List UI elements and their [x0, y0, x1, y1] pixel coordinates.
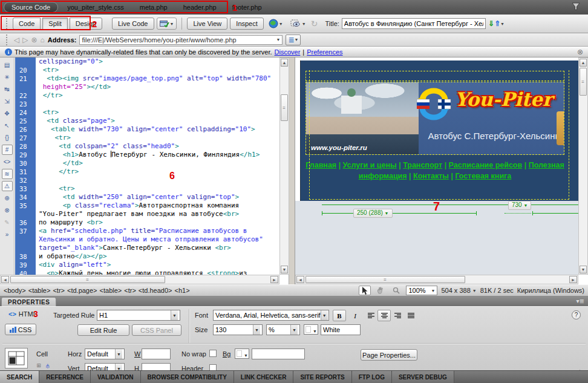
remove-comment-icon[interactable]: ⊗	[2, 205, 13, 215]
split-view-button[interactable]: Split	[42, 18, 67, 30]
nav-link[interactable]: Гостевая книга	[455, 172, 511, 180]
results-tab-ftp-log[interactable]: FTP LOG	[352, 371, 392, 383]
size-combo[interactable]: 130▼	[213, 324, 263, 335]
nav-link[interactable]: Контакты	[413, 172, 449, 180]
tag-selector-item[interactable]: <td.head0>	[139, 287, 172, 294]
related-file-tab[interactable]: meta.php	[132, 2, 175, 13]
discover-link[interactable]: Discover	[275, 48, 301, 56]
code-vertical-scrollbar[interactable]: ▲ ≡ ▼	[279, 57, 289, 275]
select-tool-icon[interactable]	[359, 286, 371, 295]
table-width-indicator[interactable]: 730 ▼	[508, 201, 531, 210]
align-center-icon[interactable]	[377, 310, 391, 321]
check-page-icon[interactable]: ▼	[288, 18, 309, 30]
nav-link[interactable]: Расписание рейсов	[449, 161, 523, 169]
hand-tool-icon[interactable]	[374, 286, 387, 295]
highlight-invalid-code-icon[interactable]: <>	[2, 157, 13, 167]
results-tab-reference[interactable]: REFERENCE	[39, 371, 91, 383]
help-icon[interactable]: ?	[572, 310, 581, 319]
related-file-tab[interactable]: header.php	[175, 2, 224, 13]
line-numbers-icon[interactable]: #	[2, 145, 13, 155]
syntax-error-alerts-icon[interactable]: ⚠	[2, 181, 13, 191]
text-color-input[interactable]	[321, 324, 361, 335]
filter-funnel-icon[interactable]	[571, 2, 581, 12]
file-transfer-icon[interactable]: ⇓⇑▼	[488, 19, 505, 28]
nav-link[interactable]: Услуги и цены	[343, 161, 397, 169]
format-source-code-icon[interactable]: ✎	[2, 217, 13, 228]
results-tab-validation[interactable]: VALIDATION	[91, 371, 141, 383]
results-tab-server-debug[interactable]: SERVER DEBUG	[392, 371, 454, 383]
preview-in-browser-icon[interactable]: ▼	[266, 18, 286, 30]
design-vertical-scrollbar[interactable]: ▲ ≡ ▼	[578, 57, 588, 275]
merge-cells-icon[interactable]: ⊞	[34, 361, 44, 370]
source-code-tab[interactable]: Source Code	[4, 2, 58, 13]
browser-check-icon[interactable]: ▼	[157, 18, 177, 30]
tag-selector-item[interactable]: <body>	[4, 287, 26, 294]
horz-combo[interactable]: Default▼	[85, 349, 125, 359]
title-input[interactable]	[342, 18, 486, 29]
results-tab-browser-compatibility[interactable]: BROWSER COMPATIBILITY	[141, 371, 234, 383]
tag-selector-item[interactable]: <table>	[28, 287, 51, 294]
design-horizontal-scrollbar[interactable]: ◄ ≡ ►	[295, 275, 578, 284]
code-horizontal-scrollbar[interactable]: ◄ ≡ ►	[0, 275, 279, 284]
design-view-button[interactable]: Design	[70, 18, 102, 30]
address-bar-grip[interactable]	[6, 34, 8, 45]
split-cell-icon[interactable]: ⫛	[46, 362, 50, 370]
related-file-tab[interactable]: you_piter_style.css	[59, 2, 132, 13]
live-view-button[interactable]: Live View	[187, 18, 227, 30]
column-width-indicator[interactable]: 250 (288) ▼	[353, 209, 393, 218]
results-tab-link-checker[interactable]: LINK CHECKER	[234, 371, 294, 383]
pane-splitter[interactable]	[289, 57, 295, 284]
bg-color-input[interactable]	[252, 349, 305, 359]
nav-link[interactable]: Транспорт	[403, 161, 442, 169]
more-options-icon[interactable]: »	[2, 229, 13, 240]
tag-selector-item[interactable]: <h1>	[175, 287, 190, 294]
toolbar-grip[interactable]	[6, 18, 8, 29]
code-editor[interactable]: cellspacing="0">20 <tr>21 <td><img src="…	[15, 57, 279, 275]
live-code-button[interactable]: Live Code	[112, 18, 154, 30]
results-tab-search[interactable]: SEARCH	[0, 371, 39, 383]
tag-selector[interactable]: <body><table><tr><td.page><table><tr><td…	[4, 287, 192, 294]
balance-braces-icon[interactable]: {}	[2, 133, 13, 143]
window-size-indicator[interactable]: 504 x 388▼	[441, 287, 476, 294]
nowrap-checkbox[interactable]	[209, 350, 217, 357]
tag-selector-item[interactable]: <tr>	[53, 287, 65, 294]
edit-rule-button[interactable]: Edit Rule	[77, 324, 129, 336]
forward-icon[interactable]: ▷	[22, 36, 28, 44]
tag-selector-item[interactable]: <td.page>	[67, 287, 97, 294]
back-icon[interactable]: ◁	[14, 36, 19, 44]
size-unit-combo[interactable]: %▼	[266, 324, 300, 335]
magnification-combo[interactable]: 100%▼	[406, 286, 437, 295]
related-file-tab[interactable]: footer.php	[224, 2, 270, 13]
css-panel-button[interactable]: CSS Panel	[132, 324, 181, 336]
text-color-swatch[interactable]: ▼	[304, 324, 318, 335]
apply-comment-icon[interactable]: ⊕	[2, 193, 13, 203]
inspect-button[interactable]: Inspect	[230, 18, 263, 30]
word-wrap-icon[interactable]: ≋	[2, 169, 13, 179]
page-properties-button[interactable]: Page Properties...	[361, 349, 417, 361]
italic-button[interactable]: I	[348, 310, 362, 321]
align-left-icon[interactable]	[364, 310, 377, 321]
bg-color-swatch[interactable]: ▼	[235, 349, 249, 359]
select-parent-tag-icon[interactable]: ↖	[2, 120, 13, 131]
open-documents-icon[interactable]: ▤	[2, 60, 13, 70]
font-combo[interactable]: Verdana, Arial, Helvetica, sans-serif▼	[213, 310, 329, 321]
results-tab-site-reports[interactable]: SITE REPORTS	[293, 371, 351, 383]
tag-selector-item[interactable]: <table>	[100, 287, 122, 294]
address-list-icon[interactable]: ≣▼	[286, 34, 301, 45]
close-info-bar-icon[interactable]: ⊗	[577, 48, 583, 56]
cell-width-input[interactable]	[142, 349, 171, 359]
tag-selector-item[interactable]: <tr>	[124, 287, 136, 294]
preferences-link[interactable]: Preferences	[307, 48, 342, 56]
collapse-selection-icon[interactable]: ⇲	[2, 96, 13, 106]
home-icon[interactable]: ⌂	[41, 36, 45, 44]
bold-button[interactable]: B	[333, 310, 346, 321]
align-justify-icon[interactable]	[404, 310, 417, 321]
html-mode-button[interactable]: <> HTML	[8, 310, 37, 318]
collapse-full-tag-icon[interactable]: ↹	[2, 84, 13, 94]
nav-link[interactable]: Главная	[305, 161, 336, 169]
address-input[interactable]: file:///E|/WebServers/home/you-piter/www…	[79, 35, 283, 45]
targeted-rule-combo[interactable]: H1▼	[97, 310, 180, 321]
code-navigator-icon[interactable]: ✳	[2, 72, 13, 82]
stop-icon[interactable]: ⊗	[31, 36, 37, 44]
design-view-pane[interactable]: www.you-piter.ru	[295, 57, 588, 284]
